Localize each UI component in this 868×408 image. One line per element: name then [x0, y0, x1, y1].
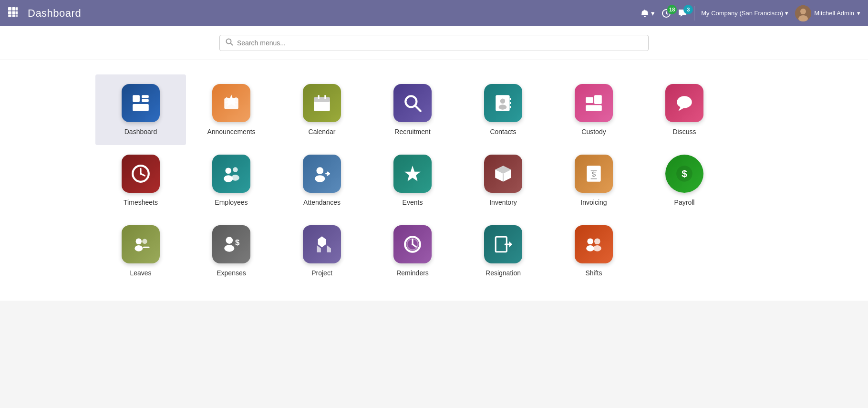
svg-point-79 [586, 245, 594, 251]
search-icon [226, 38, 233, 48]
employees-label: Employees [215, 199, 248, 206]
svg-rect-25 [316, 104, 318, 106]
svg-rect-8 [16, 15, 18, 17]
avatar [795, 5, 811, 21]
svg-marker-53 [404, 166, 421, 181]
contacts-label: Contacts [490, 128, 516, 136]
svg-text:$: $ [682, 168, 687, 179]
svg-text:$: $ [235, 238, 240, 247]
svg-rect-29 [320, 108, 323, 110]
app-item-timesheets[interactable]: Timesheets [95, 145, 186, 216]
chevron-bell: ▾ [651, 9, 655, 18]
svg-rect-38 [586, 97, 593, 103]
app-grid: DashboardAnnouncementsCalendarRecruitmen… [95, 74, 773, 286]
svg-marker-42 [678, 107, 685, 111]
svg-rect-17 [142, 99, 149, 102]
invoicing-label: Invoicing [580, 199, 607, 206]
svg-rect-6 [8, 15, 11, 17]
svg-point-50 [231, 175, 239, 181]
app-item-announcements[interactable]: Announcements [186, 74, 277, 145]
notifications-button[interactable]: ▾ [641, 9, 655, 18]
app-item-custody[interactable]: Custody [548, 74, 639, 145]
resignation-label: Resignation [486, 269, 521, 277]
chat-button[interactable]: 3 [678, 9, 687, 18]
activity-button[interactable]: 18 [661, 9, 671, 18]
app-item-employees[interactable]: Employees [186, 145, 277, 216]
svg-line-31 [415, 106, 421, 111]
topbar: Dashboard ▾ 18 3 [0, 0, 868, 26]
calendar-label: Calendar [309, 128, 336, 136]
user-menu[interactable]: Mitchell Admin ▾ [795, 5, 860, 21]
app-item-shifts[interactable]: Shifts [548, 216, 639, 286]
recruitment-icon [393, 84, 432, 122]
svg-rect-15 [133, 95, 140, 102]
app-item-dashboard[interactable]: Dashboard [95, 74, 186, 145]
timesheets-icon [122, 155, 160, 193]
svg-point-34 [499, 105, 507, 110]
svg-rect-37 [510, 106, 511, 108]
app-item-payroll[interactable]: $Payroll [639, 145, 730, 216]
svg-point-67 [226, 237, 233, 244]
events-icon [393, 155, 432, 193]
svg-point-65 [142, 239, 147, 244]
svg-rect-5 [16, 11, 18, 15]
app-item-recruitment[interactable]: Recruitment [367, 74, 458, 145]
svg-rect-18 [133, 104, 149, 111]
app-item-events[interactable]: Events [367, 145, 458, 216]
svg-point-80 [594, 238, 600, 244]
calendar-icon [303, 84, 341, 122]
app-item-resignation[interactable]: Resignation [458, 216, 548, 286]
custody-icon [575, 84, 613, 122]
svg-rect-4 [12, 11, 16, 15]
app-item-calendar[interactable]: Calendar [277, 74, 367, 145]
reminders-label: Reminders [396, 269, 429, 277]
activity-count-badge: 18 [667, 5, 677, 14]
svg-point-47 [225, 167, 231, 174]
app-item-attendances[interactable]: Attendances [277, 145, 367, 216]
custody-label: Custody [581, 128, 606, 136]
app-item-inventory[interactable]: Inventory [458, 145, 548, 216]
app-item-discuss[interactable]: Discuss [639, 74, 730, 145]
invoicing-icon: $ [575, 155, 613, 193]
project-icon [303, 225, 341, 263]
main-content: DashboardAnnouncementsCalendarRecruitmen… [0, 60, 868, 301]
svg-point-64 [134, 245, 143, 251]
svg-rect-24 [324, 95, 326, 99]
svg-point-48 [224, 175, 233, 182]
svg-point-13 [227, 39, 231, 44]
svg-point-51 [316, 167, 323, 174]
svg-rect-28 [316, 108, 318, 110]
svg-point-33 [500, 99, 506, 104]
svg-rect-27 [325, 104, 328, 106]
divider [694, 6, 694, 21]
app-item-invoicing[interactable]: $Invoicing [548, 145, 639, 216]
app-item-contacts[interactable]: Contacts [458, 74, 548, 145]
announcements-icon [212, 84, 250, 122]
search-input[interactable] [237, 39, 642, 47]
chevron-user: ▾ [857, 10, 860, 17]
svg-point-46 [140, 173, 142, 175]
contacts-icon [484, 84, 522, 122]
svg-point-68 [224, 245, 234, 252]
recruitment-label: Recruitment [394, 128, 430, 136]
expenses-icon: $ [212, 225, 250, 263]
shifts-icon [575, 225, 613, 263]
company-selector[interactable]: My Company (San Francisco) ▾ [701, 10, 788, 17]
svg-rect-7 [12, 15, 16, 17]
dashboard-label: Dashboard [124, 128, 157, 136]
app-item-leaves[interactable]: Leaves [95, 216, 186, 286]
discuss-label: Discuss [672, 128, 696, 136]
topbar-right: ▾ 18 3 My Company (San Fran [641, 5, 860, 21]
grid-icon[interactable] [8, 7, 18, 20]
svg-rect-2 [16, 7, 18, 10]
page-title: Dashboard [28, 7, 635, 20]
search-box [219, 35, 649, 51]
events-label: Events [403, 199, 423, 206]
app-item-project[interactable]: Project [277, 216, 367, 286]
app-item-reminders[interactable]: Reminders [367, 216, 458, 286]
svg-rect-16 [142, 95, 149, 98]
app-item-expenses[interactable]: $Expenses [186, 216, 277, 286]
employees-icon [212, 155, 250, 193]
svg-point-52 [315, 175, 325, 182]
leaves-icon [122, 225, 160, 263]
